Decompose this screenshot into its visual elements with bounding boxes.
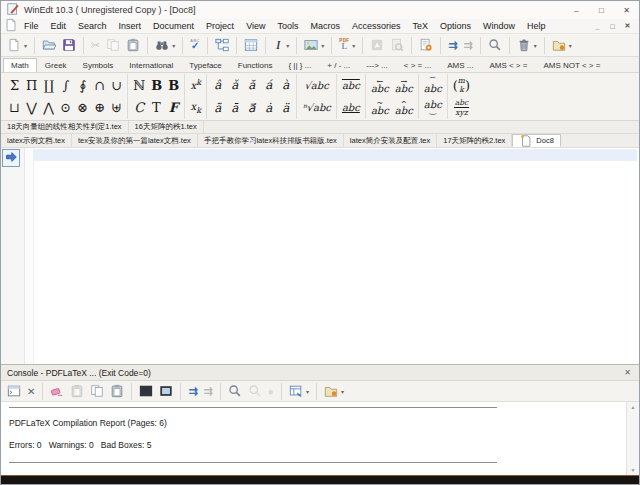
symbol-check[interactable]: ǎ: [226, 74, 243, 96]
symbol-overleftarrow[interactable]: ←abc: [368, 74, 392, 96]
symbol-nth-root[interactable]: ⁿ√abc: [299, 97, 334, 119]
symbol-bigwedge[interactable]: ⋀: [40, 97, 57, 119]
compilation-report-button[interactable]: [417, 35, 435, 55]
forward-search-button[interactable]: ⇉: [446, 35, 459, 55]
insert-image-button[interactable]: ▾: [302, 35, 326, 55]
open-output-folder-button[interactable]: ▾: [322, 381, 346, 401]
spellcheck-button[interactable]: ABC✓: [188, 35, 202, 55]
doc-tab-17-2-tex[interactable]: 17天矩阵的秩2.tex: [437, 134, 512, 147]
menu-accessories[interactable]: Accessories: [346, 19, 407, 33]
console-close-icon[interactable]: ✕: [622, 368, 633, 377]
symbol-sum[interactable]: Σ: [6, 74, 23, 96]
text-style-button[interactable]: I▾: [271, 35, 291, 55]
maximize-button[interactable]: □: [589, 1, 614, 19]
mdi-restore-button[interactable]: □: [605, 22, 620, 30]
symbol-subscript[interactable]: xk: [187, 97, 204, 119]
palette-tab-math[interactable]: Math: [3, 58, 37, 72]
palette-tab-typeface[interactable]: Typeface: [181, 58, 229, 72]
document-tree-button[interactable]: [213, 35, 231, 55]
menu-search[interactable]: Search: [72, 19, 113, 33]
symbol-sqcup[interactable]: ⊔: [6, 97, 23, 119]
doc-tab-tex-latex-tex[interactable]: tex安装及你的第一篇latex文档.tex: [72, 134, 198, 147]
save-button[interactable]: [60, 35, 78, 55]
palette-tab-greek[interactable]: Greek: [37, 58, 75, 72]
symbol-widetilde[interactable]: ~abc: [368, 97, 392, 119]
symbol-overline[interactable]: abc: [339, 74, 363, 96]
palette-tab-symbols[interactable]: Symbols: [75, 58, 122, 72]
symbol-vec[interactable]: a⃗: [243, 97, 260, 119]
console-scrollbar[interactable]: ▲ ▼: [626, 402, 639, 475]
new-document-button[interactable]: ▾: [5, 35, 29, 55]
menu-window[interactable]: Window: [477, 19, 521, 33]
doc-tab-latex-tex[interactable]: latex示例文档.tex: [1, 134, 72, 147]
console-fullscreen-button[interactable]: [137, 381, 155, 401]
delete-aux-button[interactable]: ▾: [515, 35, 539, 55]
doc-tab-doc8[interactable]: Doc8: [512, 134, 561, 147]
symbol-uplus[interactable]: ⊎: [108, 97, 125, 119]
symbol-ddot[interactable]: ä: [277, 97, 294, 119]
preview-button[interactable]: [486, 35, 504, 55]
macros-button[interactable]: ▾: [550, 35, 574, 55]
symbol-cap[interactable]: ∩: [91, 74, 108, 96]
doc-tab-16-1-tex[interactable]: 16天矩阵的秩1.tex: [129, 121, 204, 133]
gui-pages-button[interactable]: [242, 35, 260, 55]
dropdown-arrow-icon[interactable]: ▾: [341, 388, 344, 395]
symbol-prod[interactable]: Π: [23, 74, 40, 96]
mdi-close-button[interactable]: ✕: [620, 22, 635, 30]
console-forward-search-button[interactable]: ⇉: [186, 381, 199, 401]
clear-console-button[interactable]: [48, 381, 66, 401]
jump-arrow-button[interactable]: [2, 149, 20, 167]
symbol-oint[interactable]: ∮: [74, 74, 91, 96]
console-paste-button[interactable]: [108, 381, 126, 401]
open-button[interactable]: [40, 35, 58, 55]
palette-tab-tab[interactable]: < > = ...: [396, 58, 439, 72]
symbol-oplus[interactable]: ⊕: [91, 97, 108, 119]
symbol-otimes[interactable]: ⊗: [74, 97, 91, 119]
symbol-overrightarrow[interactable]: →abc: [392, 74, 416, 96]
symbol-underline[interactable]: abc: [339, 97, 363, 119]
symbol-odot[interactable]: ⊙: [57, 97, 74, 119]
output-view-button[interactable]: ▾: [287, 381, 311, 401]
symbol-mathbb-B[interactable]: B: [148, 74, 165, 96]
symbol-mathfrak-F[interactable]: F: [165, 97, 182, 119]
paste-button[interactable]: [124, 35, 142, 55]
palette-tab-international[interactable]: International: [121, 58, 181, 72]
dropdown-arrow-icon[interactable]: ▾: [569, 42, 572, 49]
dropdown-arrow-icon[interactable]: ▾: [286, 42, 289, 49]
symbol-coprod[interactable]: ∐: [40, 74, 57, 96]
menu-tex[interactable]: TeX: [407, 19, 435, 33]
dropdown-arrow-icon[interactable]: ▾: [534, 42, 537, 49]
symbol-dot[interactable]: ȧ: [260, 97, 277, 119]
menu-view[interactable]: View: [240, 19, 271, 33]
symbol-superscript[interactable]: xk: [187, 74, 204, 96]
menu-project[interactable]: Project: [200, 19, 240, 33]
palette-tab-tab[interactable]: + / - ...: [319, 58, 358, 72]
console-image-button[interactable]: [157, 381, 175, 401]
symbol-breve[interactable]: ă: [243, 74, 260, 96]
pdf-texify-button[interactable]: PDFL▾: [337, 35, 357, 55]
symbol-sqrt[interactable]: √abc: [301, 74, 331, 96]
menu-edit[interactable]: Edit: [45, 19, 73, 33]
palette-tab-tab[interactable]: ---> ...: [358, 58, 396, 72]
editor-text-area[interactable]: [34, 148, 639, 364]
palette-tab-tab[interactable]: { || } ...: [280, 58, 319, 72]
console-copy-button[interactable]: [88, 381, 106, 401]
symbol-mathbf-B[interactable]: B: [165, 74, 182, 96]
menu-insert[interactable]: Insert: [113, 19, 148, 33]
symbol-hat[interactable]: â: [209, 74, 226, 96]
doc-tab-latex-tex[interactable]: latex简介安装及配置.tex: [344, 134, 437, 147]
mdi-minimize-button[interactable]: _: [590, 22, 605, 30]
symbol-widehat[interactable]: ^abc: [392, 97, 416, 119]
symbol-frac[interactable]: abcxyz: [451, 97, 472, 119]
menu-file[interactable]: File: [18, 19, 45, 33]
symbol-overbrace[interactable]: ⌒abc: [421, 74, 445, 96]
symbol-tilde[interactable]: ã: [209, 97, 226, 119]
console-output[interactable]: PDFLaTeX Compilation Report (Pages: 6) E…: [1, 402, 639, 475]
dropdown-arrow-icon[interactable]: ▾: [321, 42, 324, 49]
dropdown-arrow-icon[interactable]: ▾: [172, 42, 175, 49]
palette-tab-functions[interactable]: Functions: [230, 58, 281, 72]
symbol-bar[interactable]: ā: [226, 97, 243, 119]
console-find-button[interactable]: [226, 381, 244, 401]
symbol-binom[interactable]: (mk): [450, 74, 473, 96]
menu-macros[interactable]: Macros: [305, 19, 347, 33]
